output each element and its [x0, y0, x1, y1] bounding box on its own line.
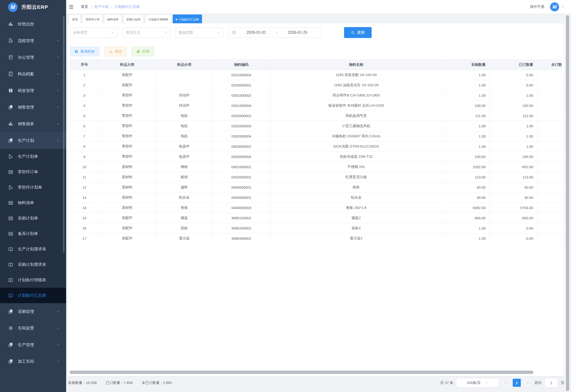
- table-cell: 不锈钢 201: [270, 162, 443, 172]
- sidebar-item-purchase-plan-demand[interactable]: 采购计划需求表: [0, 257, 66, 272]
- table-cell: [156, 70, 213, 80]
- breadcrumb-home[interactable]: 首页: [81, 4, 88, 9]
- date-start-input[interactable]: 2026-01-01: [236, 30, 276, 35]
- query-all-button[interactable]: 查询所有: [70, 47, 99, 56]
- sidebar-item-plan-exec-summary[interactable]: 计划执行汇总表: [0, 288, 66, 303]
- table-cell: 6: [70, 121, 99, 131]
- table-cell: 原材料: [99, 162, 156, 172]
- breadcrumb-separator: /: [91, 5, 91, 9]
- table-cell: 鼠标2: [270, 223, 443, 233]
- goto-page-input[interactable]: [545, 378, 558, 388]
- date-end-input[interactable]: 2026-01-25: [278, 30, 318, 35]
- sidebar-item-process-mgmt[interactable]: 流程管理: [0, 32, 66, 49]
- sidebar-item-production-plan-demand[interactable]: 生产计划需求表: [0, 241, 66, 257]
- sidebar-item-purchase-mgmt[interactable]: 采购管理: [0, 303, 66, 320]
- sidebar-item-label: 生产管理: [18, 342, 34, 348]
- tab-plan-exec-detail[interactable]: 计划执行明细表: [145, 14, 171, 25]
- column-header: 料品分类: [156, 60, 213, 70]
- table-cell: 装配件: [99, 233, 156, 243]
- sidebar-item-machining-workshop[interactable]: 加工车间: [0, 353, 66, 370]
- sidebar-item-bom-list[interactable]: 物料清单: [0, 195, 66, 210]
- table-cell: 同步带件B CA=1800 JJ=1800: [270, 90, 443, 100]
- table-cell: 111.00: [490, 111, 538, 121]
- active-tab-dot: [176, 19, 177, 20]
- sidebar-scrollbar-thumb[interactable]: [63, 16, 64, 253]
- open-book-icon: [8, 247, 13, 252]
- breadcrumb-production-plan[interactable]: 生产计划: [94, 4, 108, 9]
- sidebar-item-production-plan[interactable]: 生产计划: [0, 132, 66, 149]
- export-button[interactable]: 导出: [105, 47, 127, 56]
- sidebar-item-label: 销售报表: [18, 121, 34, 127]
- sidebar-item-label: 车间设置: [18, 325, 34, 331]
- table-row: 7零部件电机0302000004伺服电机 XSG607 双向 0.5m/s1.0…: [70, 131, 562, 141]
- table-cell: [538, 141, 562, 152]
- summary-item: 已订数量：7,654: [106, 381, 133, 385]
- sidebar-item-parts-plan-order[interactable]: 零部件计划单: [0, 180, 66, 195]
- tab-label: 物料清单: [107, 18, 119, 22]
- table-cell: 键盘: [156, 213, 213, 223]
- table-cell: 0405000001: [213, 192, 270, 203]
- page-unit-label: 页: [561, 381, 564, 385]
- horizontal-scrollbar-thumb[interactable]: [70, 371, 533, 374]
- print-button[interactable]: 打印: [132, 47, 154, 56]
- tab-bom-list[interactable]: 物料清单: [104, 14, 122, 25]
- business-type-select[interactable]: 业务类型: [70, 27, 118, 38]
- table-cell: 2: [70, 80, 99, 90]
- next-page-button[interactable]: [524, 379, 532, 387]
- sidebar-item-purchase-plan-order[interactable]: 采购计划单: [0, 210, 66, 226]
- table-cell: 0.00: [490, 70, 538, 80]
- sidebar-item-plan-exec-detail[interactable]: 计划执行明细表: [0, 272, 66, 288]
- sidebar-item-production-mgmt[interactable]: 生产管理: [0, 336, 66, 353]
- column-header: 料品大类: [99, 60, 156, 70]
- sidebar-item-material-archives[interactable]: 料品档案: [0, 66, 66, 82]
- table-cell: 零部件: [99, 152, 156, 162]
- sidebar-item-rd-mgmt[interactable]: 研发管理: [0, 82, 66, 99]
- demand-mode-select[interactable]: 需求方式: [123, 27, 170, 38]
- column-header: 物料编码: [213, 60, 270, 70]
- sidebar-item-label: 采购计划单: [18, 215, 38, 221]
- table-cell: 0.00: [490, 223, 538, 233]
- table-cell: 100.00: [443, 100, 490, 111]
- table-cell: 钣金铰链件 Φ20圆杆 总长LH=1520: [270, 100, 443, 111]
- prev-page-button[interactable]: [502, 379, 510, 387]
- table-cell: 100.00: [443, 152, 490, 162]
- goto-label: 前往: [535, 381, 542, 385]
- table-cell: [538, 172, 562, 182]
- tab-parts-order[interactable]: 零部件订单: [82, 14, 103, 25]
- caret-down-icon[interactable]: [561, 5, 564, 9]
- copy-doc-icon: [8, 342, 13, 347]
- tab-label: 首页: [72, 18, 78, 22]
- sidebar-item-office-mgmt[interactable]: 办公管理: [0, 49, 66, 66]
- data-range-select[interactable]: 数据范围: [176, 27, 223, 38]
- table-body: 1装配件0201000004118S 前架装配 1H-102-041.000.0…: [70, 70, 562, 243]
- search-button[interactable]: 搜索: [344, 27, 372, 38]
- page-1-button[interactable]: 1: [513, 379, 521, 387]
- tab-home[interactable]: 首页: [69, 14, 81, 25]
- sidebar-item-business-overview[interactable]: 经营总控: [0, 16, 66, 32]
- copy-doc-icon: [8, 138, 13, 143]
- avatar[interactable]: M: [550, 2, 559, 11]
- sidebar-item-label: 零部件订单: [18, 169, 38, 175]
- sidebar-item-parts-order[interactable]: 零部件订单: [0, 164, 66, 180]
- table-cell: 9990100002: [213, 213, 270, 223]
- vertical-scrollbar-thumb[interactable]: [566, 15, 569, 391]
- logo-icon: M: [8, 2, 18, 12]
- select-placeholder: 数据范围: [179, 30, 193, 35]
- breadcrumb-current-page: 计划执行汇总表: [115, 4, 140, 9]
- sidebar-item-production-plan-order[interactable]: 生产计划单: [0, 149, 66, 164]
- page-size-select[interactable]: 100条/页: [456, 378, 499, 388]
- menu-fold-icon[interactable]: [69, 4, 74, 10]
- sidebar-item-sales-reports[interactable]: 销售报表: [0, 115, 66, 132]
- sidebar-item-sales-mgmt[interactable]: 销售管理: [0, 99, 66, 115]
- tab-plan-exec-summary[interactable]: 计划执行汇总表: [173, 14, 202, 25]
- sidebar-item-workshop-settings[interactable]: 车间设置: [0, 320, 66, 336]
- date-range-picker[interactable]: 2026-01-01 - 2026-01-25: [228, 27, 321, 38]
- sidebar-item-stock-plan-order[interactable]: 备库计划单: [0, 226, 66, 241]
- table-cell: 118S 油路及试车 1H-102-05: [270, 80, 443, 90]
- manual-link[interactable]: 操作手册: [530, 4, 544, 9]
- table-cell: 铝合金: [156, 192, 213, 203]
- table-cell: 显示器: [156, 233, 213, 243]
- arrow-right-icon: [526, 381, 529, 384]
- bottom-bar: 采购数量：10,536已订数量：7,654未已订数量：2,882 共 17 条 …: [68, 377, 564, 388]
- tab-purchase-plan-order[interactable]: 采购计划单: [123, 14, 144, 25]
